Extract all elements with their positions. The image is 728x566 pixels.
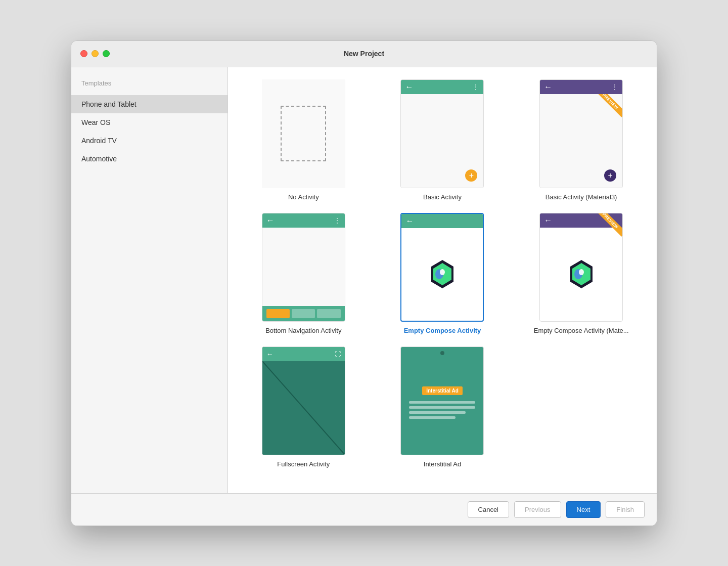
maximize-button[interactable] [103, 50, 110, 57]
compose-m-body [540, 228, 622, 321]
template-label-m3: Basic Activity (Material3) [545, 193, 617, 201]
sidebar: Templates Phone and Tablet Wear OS Andro… [71, 67, 228, 493]
fullscreen-body [262, 361, 345, 455]
sidebar-section-label: Templates [71, 75, 228, 95]
interstitial-ad-badge: Interstitial Ad [422, 386, 463, 395]
window-title: New Project [344, 50, 384, 58]
overflow-menu-icon: ⋮ [473, 83, 479, 91]
traffic-lights [80, 50, 110, 57]
main-content: Templates Phone and Tablet Wear OS Andro… [71, 67, 657, 493]
template-label-basic-activity: Basic Activity [423, 193, 462, 201]
minimize-button[interactable] [92, 50, 99, 57]
overflow-menu-icon: ⋮ [612, 83, 618, 91]
template-empty-compose-material[interactable]: ← PREVIEW [518, 213, 645, 334]
template-basic-activity-material3[interactable]: ← ⋮ + PREVIEW Basic Activity (Material3) [518, 79, 645, 201]
close-button[interactable] [80, 50, 87, 57]
app-window: New Project Templates Phone and Tablet W… [71, 40, 657, 526]
ad-line-2 [409, 406, 475, 409]
template-label-empty-compose-m: Empty Compose Activity (Mate... [534, 327, 629, 334]
back-arrow-icon: ← [544, 82, 552, 92]
no-activity-preview [262, 79, 345, 188]
m3-body: + PREVIEW [540, 94, 622, 188]
interstitial-ad-preview: Interstitial Ad [400, 346, 484, 455]
template-fullscreen[interactable]: ← ⛶ Fullscreen Activity [240, 346, 367, 468]
template-empty-compose[interactable]: ← [379, 213, 506, 334]
bottom-nav-toolbar: ← ⋮ [262, 213, 345, 228]
back-arrow-icon: ← [405, 82, 413, 92]
fullscreen-header: ← ⛶ [262, 347, 345, 361]
template-label-no-activity: No Activity [288, 193, 319, 201]
bottom-bar: Cancel Previous Next Finish [71, 493, 657, 526]
template-bottom-nav[interactable]: ← ⋮ Bottom Navigation Activity [240, 213, 367, 334]
android-logo-icon [427, 259, 458, 289]
fab-icon: + [465, 169, 477, 182]
fab-icon: + [604, 169, 616, 182]
title-bar: New Project [71, 41, 657, 67]
preview-badge: PREVIEW [596, 94, 622, 120]
nav-tab-3 [317, 309, 340, 318]
back-arrow-icon: ← [266, 350, 274, 358]
bottom-nav-preview: ← ⋮ [262, 213, 345, 322]
back-arrow-icon: ← [266, 216, 275, 225]
svg-line-8 [262, 361, 345, 455]
finish-button[interactable]: Finish [606, 501, 645, 518]
preview-badge: PREVIEW [596, 213, 622, 240]
template-basic-activity[interactable]: ← ⋮ + Basic Activity [379, 79, 506, 201]
nav-tab-1 [266, 309, 290, 318]
ad-line-3 [409, 411, 465, 414]
svg-point-3 [440, 269, 445, 275]
back-arrow-icon: ← [544, 216, 552, 225]
fullscreen-preview: ← ⛶ [262, 346, 345, 455]
dashed-rectangle [281, 106, 326, 161]
ad-line-1 [409, 401, 475, 404]
m3-toolbar: ← ⋮ [540, 80, 622, 94]
template-no-activity[interactable]: No Activity [240, 79, 367, 201]
sidebar-item-phone-tablet[interactable]: Phone and Tablet [71, 95, 228, 113]
back-arrow-icon: ← [405, 216, 414, 226]
content-area: No Activity ← ⋮ + Basic Activity [228, 67, 657, 493]
empty-compose-preview: ← [400, 213, 484, 322]
templates-grid: No Activity ← ⋮ + Basic Activity [240, 79, 645, 468]
basic-activity-body: + [401, 94, 483, 188]
sidebar-item-automotive[interactable]: Automotive [71, 150, 228, 168]
camera-icon [440, 351, 444, 355]
empty-compose-m-preview: ← PREVIEW [539, 213, 623, 322]
sidebar-item-wear-os[interactable]: Wear OS [71, 113, 228, 132]
fullscreen-expand-icon: ⛶ [335, 351, 341, 358]
next-button[interactable]: Next [566, 501, 601, 518]
sidebar-item-android-tv[interactable]: Android TV [71, 132, 228, 150]
basic-activity-m3-preview: ← ⋮ + PREVIEW [539, 79, 623, 188]
ad-line-4 [409, 416, 456, 419]
template-label-fullscreen: Fullscreen Activity [277, 460, 330, 468]
overflow-menu-icon: ⋮ [334, 217, 341, 224]
android-logo-icon-m [566, 259, 597, 289]
template-interstitial-ad[interactable]: Interstitial Ad Interstitial Ad [379, 346, 506, 468]
basic-activity-preview: ← ⋮ + [400, 79, 484, 188]
previous-button[interactable]: Previous [514, 501, 561, 518]
preview-badge-label: PREVIEW [596, 213, 622, 237]
bottom-nav-body [262, 228, 345, 306]
template-label-bottom-nav: Bottom Navigation Activity [265, 327, 341, 334]
template-label-interstitial-ad: Interstitial Ad [424, 460, 461, 468]
svg-point-7 [579, 269, 584, 275]
diagonal-decoration [262, 361, 345, 455]
cancel-button[interactable]: Cancel [468, 501, 509, 518]
compose-body [401, 228, 483, 321]
compose-toolbar: ← [401, 214, 483, 228]
basic-activity-toolbar: ← ⋮ [401, 80, 483, 94]
ad-content: Interstitial Ad [401, 347, 483, 455]
ad-text-lines [409, 401, 475, 419]
nav-tab-2 [292, 309, 315, 318]
template-label-empty-compose: Empty Compose Activity [404, 327, 481, 334]
bottom-nav-bar [262, 306, 345, 321]
preview-badge-label: PREVIEW [596, 94, 622, 117]
